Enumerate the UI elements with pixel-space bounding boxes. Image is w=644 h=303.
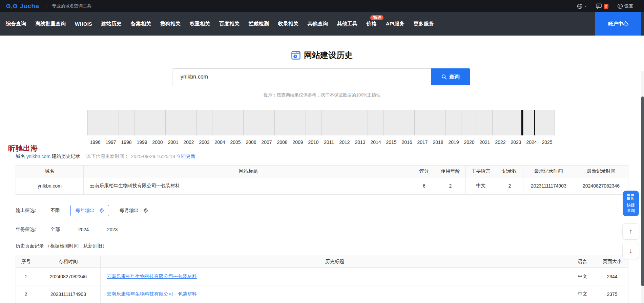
timeline-year-cell xyxy=(181,110,197,135)
output-option-2[interactable]: 每年输出一条 xyxy=(70,205,109,216)
history-body: 120240827082346云南乐康柏年生物科技有限公司---包装材料中文23… xyxy=(16,268,628,303)
nav-item-14[interactable]: API服务 xyxy=(386,21,404,27)
summary-col-language: 主要语言 xyxy=(466,166,496,177)
timeline-year-label: 2012 xyxy=(337,139,352,145)
timeline-year-label: 2017 xyxy=(415,139,430,145)
language-switcher[interactable]: ⌄ xyxy=(577,3,587,9)
nav-item-2[interactable]: 离线批量查询 xyxy=(35,21,66,27)
summary-body: ynlkbn.com云南乐康柏年生物科技有限公司---包装材料62中文22023… xyxy=(16,177,628,195)
nav-items: 综合查询离线批量查询WHOIS建站历史备案相关搜狗相关权重相关百度相关拦截检测收… xyxy=(6,21,434,27)
main-content: 网站建设历史 查询 提示：该查询结果仅供参考，我们不保证数据的100%正确性 1… xyxy=(0,36,644,303)
history-cell-time: 20231111174903 xyxy=(36,285,101,303)
output-option-1[interactable]: 不限 xyxy=(45,205,65,216)
timeline-year-cell xyxy=(446,110,461,135)
nav-item-8[interactable]: 百度相关 xyxy=(219,21,240,27)
refresh-now-link[interactable]: 立即更新 xyxy=(176,153,195,159)
history-col-index: 序号 xyxy=(16,256,36,268)
timeline-year-label: 2013 xyxy=(352,139,368,145)
timeline-year-cell xyxy=(524,110,539,135)
timeline-year-label: 2025 xyxy=(539,139,555,145)
query-button[interactable]: 查询 xyxy=(431,68,470,85)
summary-cell-newest: 20240827082346 xyxy=(574,177,628,195)
timeline-year-label: 1996 xyxy=(87,139,103,145)
nav-item-7[interactable]: 权重相关 xyxy=(190,21,210,27)
timeline-year-cell xyxy=(430,110,446,135)
output-filter-label: 输出筛选: xyxy=(16,208,36,214)
output-option-3[interactable]: 每月输出一条 xyxy=(115,205,153,216)
domain-search-input[interactable] xyxy=(172,68,431,85)
nav-item-13[interactable]: 价格NEW xyxy=(367,21,377,27)
logo-text: Jucha xyxy=(20,2,39,10)
nav-item-11[interactable]: 其他查询 xyxy=(308,21,328,27)
query-hint: 提示：该查询结果仅供参考，我们不保证数据的100%正确性 xyxy=(0,92,644,98)
header-divider: ｜ xyxy=(44,3,49,9)
timeline-year-label: 2016 xyxy=(399,139,415,145)
nav-item-9[interactable]: 拦截检测 xyxy=(249,21,269,27)
nav-item-15[interactable]: 更多服务 xyxy=(414,21,434,27)
nav-item-1[interactable]: 综合查询 xyxy=(6,21,26,27)
account-center-button[interactable]: 账户中心 xyxy=(595,12,641,36)
history-title-text: 历史页面记录 xyxy=(16,243,44,248)
timeline-year-label: 2003 xyxy=(196,139,212,145)
summary-table-row: ynlkbn.com云南乐康柏年生物科技有限公司---包装材料62中文22023… xyxy=(16,177,628,195)
timeline-year-label: 2020 xyxy=(461,139,477,145)
timeline-year-label: 2007 xyxy=(259,139,274,145)
summary-col-newest: 最新记录时间 xyxy=(574,166,628,177)
nav-item-10[interactable]: 收录相关 xyxy=(278,21,298,27)
timeline-year-cell xyxy=(306,110,321,135)
nav-item-4[interactable]: 建站历史 xyxy=(101,21,122,27)
theme-palette-icon xyxy=(617,3,623,9)
nav-item-3[interactable]: WHOIS xyxy=(75,21,92,27)
timeline-year-label: 2023 xyxy=(508,139,524,145)
history-cell-time: 20240827082346 xyxy=(36,268,101,285)
history-col-title: 历史标题 xyxy=(101,256,569,268)
history-title-link[interactable]: 云南乐康柏年生物科技有限公司---包装材料 xyxy=(107,274,197,279)
history-cell-index: 2 xyxy=(16,285,36,303)
year-option-2[interactable]: 2024 xyxy=(73,224,94,235)
timeline-year-cell xyxy=(493,110,508,135)
scroll-to-top-button[interactable]: ↑ xyxy=(622,223,639,240)
summary-cell-domain: ynlkbn.com xyxy=(16,177,84,195)
year-option-1[interactable]: 全部 xyxy=(45,224,65,235)
history-cell-size: 2344 xyxy=(596,268,628,285)
timeline-year-label: 2014 xyxy=(368,139,383,145)
domain-link[interactable]: ynlkbn.com xyxy=(26,154,50,159)
domain-summary-table: 域名网站标题评分使用年龄主要语言记录数最老记录时间最新记录时间 ynlkbn.c… xyxy=(16,165,628,195)
settings-button[interactable]: 设置 xyxy=(617,3,633,9)
quick-query-button[interactable]: 快捷查询 xyxy=(623,191,639,216)
timeline-year-label: 2022 xyxy=(493,139,508,145)
history-section-title: 历史页面记录 （根据检测时间，从新到旧） xyxy=(16,243,107,249)
new-badge: NEW xyxy=(370,15,383,20)
timeline-year-cell xyxy=(399,110,415,135)
nav-item-6[interactable]: 搜狗相关 xyxy=(160,21,181,27)
timeline-year-cell xyxy=(508,110,524,135)
year-filter-row: 年份筛选: 全部20242023 xyxy=(16,224,131,235)
timeline-year-cell xyxy=(352,110,368,135)
timeline-year-cell xyxy=(415,110,430,135)
year-option-3[interactable]: 2023 xyxy=(102,224,123,235)
jucha-logo[interactable]: ʘ,ʘ Jucha xyxy=(6,2,39,10)
nav-item-5[interactable]: 备案相关 xyxy=(131,21,151,27)
messages-button[interactable]: 2 xyxy=(596,3,608,9)
nav-item-12[interactable]: 其他工具 xyxy=(337,21,357,27)
main-nav: 综合查询离线批量查询WHOIS建站历史备案相关搜狗相关权重相关百度相关拦截检测收… xyxy=(0,12,644,36)
history-cell-size: 2375 xyxy=(596,285,628,303)
scrollbar-thumb[interactable] xyxy=(641,96,644,286)
message-icon xyxy=(596,3,602,9)
timeline-year-cell xyxy=(119,110,134,135)
scroll-to-bottom-button[interactable]: ↓ xyxy=(622,243,639,259)
record-info-line: 域名 ynlkbn.com 建站历史记录 以下信息更新时间： 2025-09-2… xyxy=(16,153,195,159)
chevron-down-icon: ⌄ xyxy=(584,3,587,8)
timeline-year-cell xyxy=(150,110,166,135)
summary-col-oldest: 最老记录时间 xyxy=(523,166,574,177)
timeline-year-cell xyxy=(228,110,244,135)
timeline-year-label: 2021 xyxy=(477,139,493,145)
history-title-link[interactable]: 云南乐康柏年生物科技有限公司---包装材料 xyxy=(107,291,197,297)
history-table-row: 220231111174903云南乐康柏年生物科技有限公司---包装材料中文23… xyxy=(16,285,628,303)
timeline-year-cell xyxy=(275,110,290,135)
timeline-year-cell xyxy=(477,110,493,135)
page-title: 网站建设历史 xyxy=(304,50,353,61)
down-arrow-icon: ↓ xyxy=(629,247,632,255)
page-scrollbar[interactable] xyxy=(641,71,644,303)
output-filter-row: 输出筛选: 不限每年输出一条每月输出一条 xyxy=(16,205,159,216)
